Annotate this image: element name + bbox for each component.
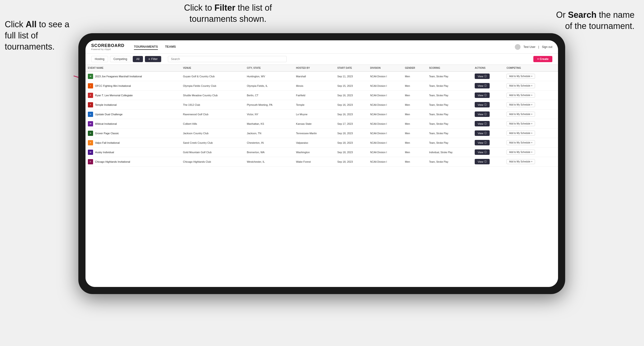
team-logo-2: F — [88, 93, 93, 98]
cell-city-4: Victor, NY — [244, 110, 294, 119]
col-city-state: CITY, STATE — [244, 65, 294, 71]
user-avatar — [515, 44, 520, 50]
event-name-text-4: Upstate Dual Challenge — [95, 113, 122, 116]
annotation-top-right: Or Search the name of the tournament. — [554, 9, 634, 32]
cell-actions-6: View ⓘ — [472, 129, 504, 138]
tablet-screen: SCOREBOARD Powered by clippd TOURNAMENTS… — [86, 40, 558, 287]
cell-event-name-9: C Chicago Highlands Invitational — [86, 157, 181, 167]
view-button-8[interactable]: View ⓘ — [475, 149, 490, 155]
view-button-7[interactable]: View ⓘ — [475, 140, 490, 145]
add-schedule-button-1[interactable]: Add to My Schedule + — [506, 83, 535, 88]
add-schedule-button-4[interactable]: Add to My Schedule + — [506, 112, 535, 117]
cell-competing-0: Add to My Schedule + — [504, 71, 558, 81]
view-info-icon-5: ⓘ — [484, 122, 487, 126]
view-button-2[interactable]: View ⓘ — [475, 92, 490, 98]
team-logo-7: V — [88, 140, 93, 145]
nav-tournaments[interactable]: TOURNAMENTS — [134, 44, 158, 50]
tablet-frame: SCOREBOARD Powered by clippd TOURNAMENTS… — [78, 33, 565, 294]
cell-venue-4: Ravenwood Golf Club — [181, 110, 244, 119]
table-row: G Grover Page Classic Jackson Country Cl… — [86, 129, 558, 138]
event-name-text-0: 2023 Joe Feaganes Marshall Invitational — [95, 75, 142, 78]
view-button-6[interactable]: View ⓘ — [475, 130, 490, 136]
view-button-4[interactable]: View ⓘ — [475, 111, 490, 117]
cell-division-3: NCAA Division I — [368, 100, 403, 110]
cell-city-5: Manhattan, KS — [244, 119, 294, 129]
user-name: Test User — [523, 45, 536, 49]
team-logo-4: U — [88, 112, 93, 117]
table-row: I OFCC Fighting Illini Invitational Olym… — [86, 81, 558, 91]
cell-city-9: Westchester, IL — [244, 157, 294, 167]
add-schedule-button-3[interactable]: Add to My Schedule + — [506, 102, 535, 107]
team-logo-3: T — [88, 102, 93, 107]
view-button-3[interactable]: View ⓘ — [475, 102, 490, 107]
event-name-text-8: Husky Individual — [95, 151, 114, 154]
cell-event-name-2: F Ryan T. Lee Memorial Collegiate — [86, 91, 181, 100]
cell-competing-4: Add to My Schedule + — [504, 110, 558, 119]
tab-competing[interactable]: Competing — [110, 56, 131, 62]
cell-venue-9: Chicago Highlands Club — [181, 157, 244, 167]
view-info-icon-3: ⓘ — [484, 103, 487, 107]
sign-out-link[interactable]: Sign out — [542, 45, 552, 49]
cell-division-1: NCAA Division I — [368, 81, 403, 91]
cell-hosted-8: Washington — [294, 148, 335, 157]
add-schedule-button-2[interactable]: Add to My Schedule + — [506, 93, 535, 98]
cell-gender-8: Men — [402, 148, 427, 157]
view-info-icon-6: ⓘ — [484, 131, 487, 135]
team-logo-6: G — [88, 131, 93, 136]
add-schedule-button-7[interactable]: Add to My Schedule + — [506, 140, 535, 145]
cell-scoring-4: Team, Stroke Play — [427, 110, 472, 119]
nav-links: TOURNAMENTS TEAMS — [134, 44, 515, 50]
add-schedule-button-0[interactable]: Add to My Schedule + — [506, 74, 535, 79]
logo-text: SCOREBOARD — [91, 43, 124, 48]
create-button[interactable]: + Create — [533, 56, 552, 62]
cell-event-name-1: I OFCC Fighting Illini Invitational — [86, 81, 181, 91]
cell-scoring-5: Team, Stroke Play — [427, 119, 472, 129]
nav-right: Test User | Sign out — [515, 44, 552, 50]
filter-button[interactable]: ≡ Filter — [145, 56, 161, 62]
cell-division-0: NCAA Division I — [368, 71, 403, 81]
cell-actions-8: View ⓘ — [472, 148, 504, 157]
event-name-text-1: OFCC Fighting Illini Invitational — [95, 84, 131, 87]
cell-competing-7: Add to My Schedule + — [504, 138, 558, 148]
cell-city-2: Berlin, CT — [244, 91, 294, 100]
view-button-9[interactable]: View ⓘ — [475, 159, 490, 164]
table-row: M 2023 Joe Feaganes Marshall Invitationa… — [86, 71, 558, 81]
nav-teams[interactable]: TEAMS — [165, 44, 176, 50]
cell-event-name-0: M 2023 Joe Feaganes Marshall Invitationa… — [86, 71, 181, 81]
col-gender: GENDER — [402, 65, 427, 71]
cell-gender-0: Men — [402, 71, 427, 81]
view-info-icon-9: ⓘ — [484, 160, 487, 164]
cell-hosted-6: Tennessee-Martin — [294, 129, 335, 138]
view-button-0[interactable]: View ⓘ — [475, 73, 490, 79]
add-schedule-button-6[interactable]: Add to My Schedule + — [506, 131, 535, 136]
view-info-icon-8: ⓘ — [484, 150, 487, 154]
cell-hosted-3: Temple — [294, 100, 335, 110]
cell-scoring-1: Team, Stroke Play — [427, 81, 472, 91]
view-button-1[interactable]: View ⓘ — [475, 83, 490, 88]
add-schedule-button-8[interactable]: Add to My Schedule + — [506, 150, 535, 155]
tab-all[interactable]: All — [133, 56, 143, 62]
filter-label: Filter — [151, 57, 158, 61]
cell-venue-1: Olympia Fields Country Club — [181, 81, 244, 91]
add-schedule-button-5[interactable]: Add to My Schedule + — [506, 121, 535, 126]
view-info-icon-1: ⓘ — [484, 84, 487, 88]
cell-gender-6: Men — [402, 129, 427, 138]
annotation-top-left: Click All to see a full list of tourname… — [5, 19, 71, 52]
add-schedule-button-9[interactable]: Add to My Schedule + — [506, 159, 535, 164]
table-container: EVENT NAME VENUE CITY, STATE HOSTED BY S… — [86, 65, 558, 287]
cell-city-3: Plymouth Meeting, PA — [244, 100, 294, 110]
col-scoring: SCORING — [427, 65, 472, 71]
tab-hosting[interactable]: Hosting — [91, 56, 108, 62]
cell-scoring-3: Team, Stroke Play — [427, 100, 472, 110]
table-header-row: EVENT NAME VENUE CITY, STATE HOSTED BY S… — [86, 65, 558, 71]
cell-hosted-5: Kansas State — [294, 119, 335, 129]
cell-event-name-4: U Upstate Dual Challenge — [86, 110, 181, 119]
view-button-5[interactable]: View ⓘ — [475, 121, 490, 126]
cell-gender-3: Men — [402, 100, 427, 110]
cell-event-name-8: W Husky Individual — [86, 148, 181, 157]
cell-scoring-8: Individual, Stroke Play — [427, 148, 472, 157]
cell-division-2: NCAA Division I — [368, 91, 403, 100]
search-input[interactable] — [168, 56, 286, 62]
cell-date-4: Sep 16, 2023 — [335, 110, 368, 119]
cell-hosted-4: Le Moyne — [294, 110, 335, 119]
